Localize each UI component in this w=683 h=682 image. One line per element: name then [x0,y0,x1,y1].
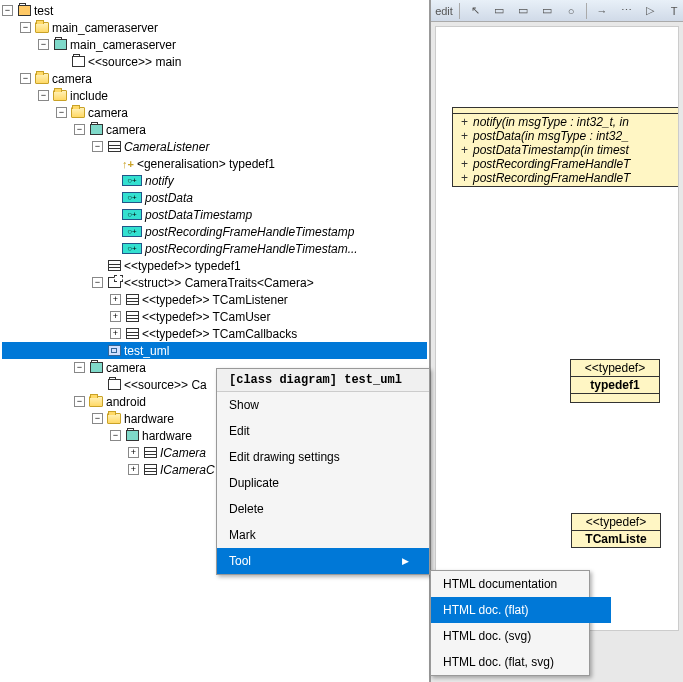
collapse-icon[interactable]: − [56,107,67,118]
menu-item-mark[interactable]: Mark [217,522,429,548]
tool-box2-icon[interactable]: ▭ [538,2,556,20]
submenu-arrow-icon: ▶ [402,556,409,566]
expand-icon[interactable]: + [128,447,139,458]
label: include [70,89,108,103]
label: <<typedef>> typedef1 [124,259,241,273]
diagram-icon [106,344,122,358]
operation-icon: ○+ [122,209,142,220]
tool-text-icon[interactable]: T [665,2,683,20]
tree-item[interactable]: −main_cameraserver [2,19,427,36]
collapse-icon[interactable]: − [74,362,85,373]
uml-class-tcamlistener[interactable]: <<typedef> TCamListe [571,513,661,548]
tree-item[interactable]: +<<typedef>> TCamListener [2,291,427,308]
label: ICameraC [160,463,215,477]
label: postRecordingFrameHandleTimestam... [145,242,358,256]
package-icon [16,4,32,18]
menu-item-show[interactable]: Show [217,392,429,418]
menu-item-edit[interactable]: Edit [217,418,429,444]
menu-item-tool[interactable]: Tool▶ [217,548,429,574]
tree-item[interactable]: <<typedef>> typedef1 [2,257,427,274]
tree-item[interactable]: +<<typedef>> TCamUser [2,308,427,325]
class-icon [142,463,158,477]
menu-item-html-doc[interactable]: HTML documentation [431,571,611,597]
class-icon [124,327,140,341]
folder-icon [52,89,68,103]
class-icon [142,446,158,460]
label: camera [106,361,146,375]
collapse-icon[interactable]: − [92,141,103,152]
collapse-icon[interactable]: − [38,90,49,101]
tree-item[interactable]: −CameraListener [2,138,427,155]
menu-item-delete[interactable]: Delete [217,496,429,522]
menu-item-html-doc-svg[interactable]: HTML doc. (svg) [431,623,611,649]
menu-item-html-doc-flat-svg[interactable]: HTML doc. (flat, svg) [431,649,611,675]
uml-stereotype: <<typedef> [571,360,659,377]
label: postData [145,191,193,205]
collapse-icon[interactable]: − [20,73,31,84]
label: <<source>> Ca [124,378,207,392]
label: CameraListener [124,140,209,154]
collapse-icon[interactable]: − [92,413,103,424]
uml-name: typedef1 [571,377,659,394]
uml-class-typedef1[interactable]: <<typedef> typedef1 [570,359,660,403]
tree-item[interactable]: −camera [2,121,427,138]
folder-icon [106,412,122,426]
tree-item-selected[interactable]: test_uml [2,342,427,359]
tree-item[interactable]: ○+postRecordingFrameHandleTimestamp [2,223,427,240]
tree-item[interactable]: ○+notify [2,172,427,189]
tree-panel: −test −main_cameraserver −main_cameraser… [0,0,431,682]
tree-item[interactable]: −camera [2,70,427,87]
expand-icon[interactable]: + [128,464,139,475]
collapse-icon[interactable]: − [74,124,85,135]
tool-note-icon[interactable]: ▭ [490,2,508,20]
collapse-icon[interactable]: − [74,396,85,407]
label: hardware [142,429,192,443]
tree-item[interactable]: +<<typedef>> TCamCallbacks [2,325,427,342]
tree-item[interactable]: ○+postData [2,189,427,206]
tool-circle-icon[interactable]: ○ [562,2,580,20]
uml-class-cameralistener[interactable]: +notify(in msgType : int32_t, in +postDa… [452,107,679,187]
diagram-canvas[interactable]: +notify(in msgType : int32_t, in +postDa… [435,26,679,631]
folder-icon [70,106,86,120]
tool-arrow-icon[interactable]: ↖ [466,2,484,20]
tree-item[interactable]: ○+postDataTimestamp [2,206,427,223]
uml-operation: postData(in msgType : int32_ [473,129,629,143]
generalisation-icon: ↑+ [122,158,134,170]
edit-button[interactable]: edit [435,2,453,20]
tree-root[interactable]: −test [2,2,427,19]
submenu-tool[interactable]: HTML documentation HTML doc. (flat) HTML… [430,570,590,676]
collapse-icon[interactable]: − [92,277,103,288]
package-icon [52,38,68,52]
menu-item-html-doc-flat[interactable]: HTML doc. (flat) [431,597,611,623]
context-menu[interactable]: [class diagram] test_uml Show Edit Edit … [216,368,430,575]
menu-title: [class diagram] test_uml [217,369,429,392]
tool-line-icon[interactable]: ⋯ [617,2,635,20]
label: <generalisation> typedef1 [137,157,275,171]
collapse-icon[interactable]: − [38,39,49,50]
tool-assoc-icon[interactable]: → [593,2,611,20]
tree-item[interactable]: −include [2,87,427,104]
menu-item-edit-drawing[interactable]: Edit drawing settings [217,444,429,470]
tool-gen-icon[interactable]: ▷ [641,2,659,20]
tree-item[interactable]: ○+postRecordingFrameHandleTimestam... [2,240,427,257]
tree-item[interactable]: −main_cameraserver [2,36,427,53]
menu-item-duplicate[interactable]: Duplicate [217,470,429,496]
uml-operation: postRecordingFrameHandleT [473,157,630,171]
uml-operation: notify(in msgType : int32_t, in [473,115,629,129]
tree-item[interactable]: −<<struct>> CameraTraits<Camera> [2,274,427,291]
expand-icon[interactable]: + [110,311,121,322]
uml-stereotype: <<typedef> [572,514,660,531]
expand-icon[interactable]: + [110,294,121,305]
collapse-icon[interactable]: − [2,5,13,16]
tree-item[interactable]: −camera [2,104,427,121]
tree-item[interactable]: <<source>> main [2,53,427,70]
class-icon [106,140,122,154]
tool-box-icon[interactable]: ▭ [514,2,532,20]
collapse-icon[interactable]: − [110,430,121,441]
package-icon [124,429,140,443]
expand-icon[interactable]: + [110,328,121,339]
template-icon [106,276,122,290]
tree-item[interactable]: ↑+<generalisation> typedef1 [2,155,427,172]
collapse-icon[interactable]: − [20,22,31,33]
operation-icon: ○+ [122,243,142,254]
